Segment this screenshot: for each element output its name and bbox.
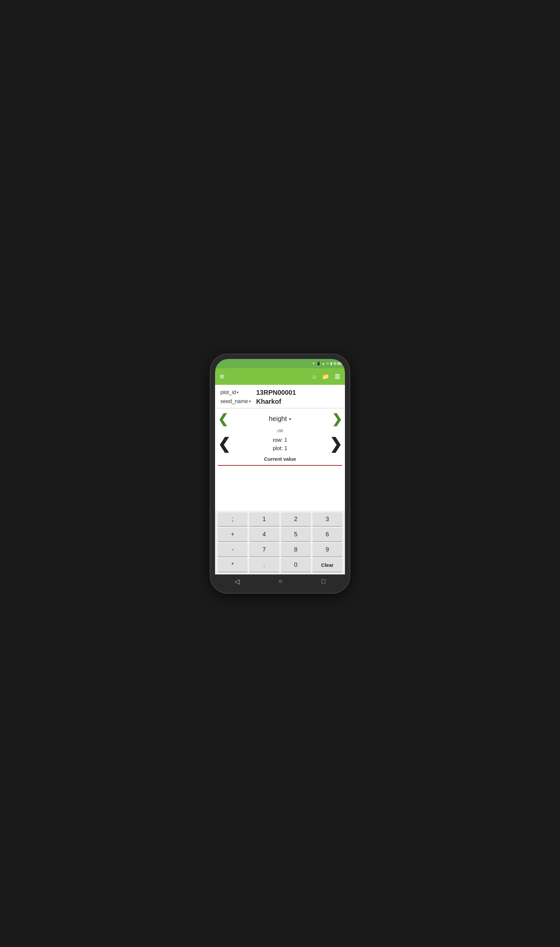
trait-next-button[interactable]: ❯ (332, 412, 342, 426)
folder-button[interactable]: 📁 (322, 373, 329, 380)
search-icon: ⌕ (312, 373, 317, 380)
plot-id-dropdown-arrow[interactable]: ▾ (237, 390, 238, 395)
bottom-nav-bar: ◁ ○ □ (215, 574, 345, 588)
plot-id-value: 13RPN00001 (256, 389, 296, 396)
back-button[interactable]: ◁ (235, 577, 240, 585)
folder-icon: 📁 (322, 373, 329, 380)
key-7[interactable]: 7 (249, 543, 279, 556)
seed-name-value: Kharkof (256, 398, 282, 405)
home-button[interactable]: ○ (278, 577, 282, 585)
row-value: 1 (284, 437, 287, 443)
key-8[interactable]: 8 (281, 543, 311, 556)
key-asterisk[interactable]: * (218, 558, 248, 572)
status-icons: ✶ 📳 ▲ ✈ ▮ 5:45 (312, 361, 342, 366)
key-4[interactable]: 4 (249, 528, 279, 541)
seed-name-dropdown-arrow[interactable]: ▾ (249, 399, 251, 404)
key-6[interactable]: 6 (312, 528, 342, 541)
key-plus[interactable]: + (218, 528, 248, 541)
chevron-left-black-icon: ❮ (218, 437, 231, 452)
plot-id-label: plot_id ▾ (220, 390, 254, 396)
trait-prev-button[interactable]: ❮ (218, 412, 228, 426)
bluetooth-icon: ✶ (312, 361, 315, 366)
content-area: plot_id ▾ 13RPN00001 seed_name ▾ Kharkof (215, 385, 345, 574)
key-5[interactable]: 5 (281, 528, 311, 541)
phone-device: ✶ 📳 ▲ ✈ ▮ 5:45 ≡ ⌕ 📁 ≣ (211, 354, 349, 593)
airplane-icon: ✈ (326, 362, 329, 365)
phone-screen: ✶ 📳 ▲ ✈ ▮ 5:45 ≡ ⌕ 📁 ≣ (215, 359, 345, 588)
current-value-label: Current value (264, 456, 296, 462)
trait-nav-row: ❮ height ▾ ❯ (218, 412, 342, 426)
battery-icon: ▮ (330, 361, 332, 366)
list-button[interactable]: ≣ (334, 372, 340, 381)
vibrate-icon: 📳 (317, 362, 320, 365)
chevron-left-green-icon: ❮ (218, 412, 228, 426)
seed-name-row: seed_name ▾ Kharkof (220, 398, 340, 405)
trait-name: height (269, 415, 287, 423)
chevron-right-green-icon: ❯ (332, 412, 342, 426)
search-button[interactable]: ⌕ (312, 373, 317, 380)
trait-dropdown-arrow[interactable]: ▾ (289, 416, 291, 422)
keypad: ; 1 2 3 + 4 5 6 - 7 8 9 * . 0 Clear (215, 510, 345, 574)
plot-prev-button[interactable]: ❮ (218, 437, 231, 452)
app-bar-actions: ⌕ 📁 ≣ (312, 372, 340, 381)
app-bar: ≡ ⌕ 📁 ≣ (215, 368, 345, 385)
recents-button[interactable]: □ (322, 577, 325, 585)
key-9[interactable]: 9 (312, 543, 342, 556)
row-label: row: (273, 437, 283, 443)
status-bar: ✶ 📳 ▲ ✈ ▮ 5:45 (215, 359, 345, 368)
key-dot[interactable]: . (249, 558, 279, 572)
key-3[interactable]: 3 (312, 513, 342, 526)
plot-id-row: plot_id ▾ 13RPN00001 (220, 389, 340, 396)
trait-label-container: height ▾ (269, 415, 291, 423)
chevron-right-black-icon: ❯ (329, 437, 342, 452)
wifi-icon: ▲ (322, 362, 325, 365)
trait-center: height ▾ (228, 415, 332, 423)
menu-button[interactable]: ≡ (220, 372, 224, 381)
plot-next-button[interactable]: ❯ (329, 437, 342, 452)
divider (218, 465, 342, 466)
plot-label: plot: (273, 445, 283, 451)
status-time: 5:45 (334, 361, 342, 366)
key-2[interactable]: 2 (281, 513, 311, 526)
key-0[interactable]: 0 (281, 558, 311, 572)
seed-name-label: seed_name ▾ (220, 399, 254, 404)
unit-display: cM (277, 428, 283, 433)
info-section: plot_id ▾ 13RPN00001 seed_name ▾ Kharkof (215, 385, 345, 408)
key-minus[interactable]: - (218, 543, 248, 556)
list-icon: ≣ (334, 372, 340, 381)
plot-value: 1 (284, 445, 287, 451)
nav-section: ❮ height ▾ ❯ cM (215, 408, 345, 510)
row-info: row: 1 (273, 436, 287, 445)
key-semicolon[interactable]: ; (218, 513, 248, 526)
key-1[interactable]: 1 (249, 513, 279, 526)
hamburger-icon: ≡ (220, 372, 224, 381)
plot-nav-row: ❮ row: 1 plot: 1 ❯ (218, 436, 342, 453)
key-clear[interactable]: Clear (312, 558, 342, 572)
plot-info: plot: 1 (273, 444, 287, 453)
plot-center: row: 1 plot: 1 (231, 436, 329, 453)
